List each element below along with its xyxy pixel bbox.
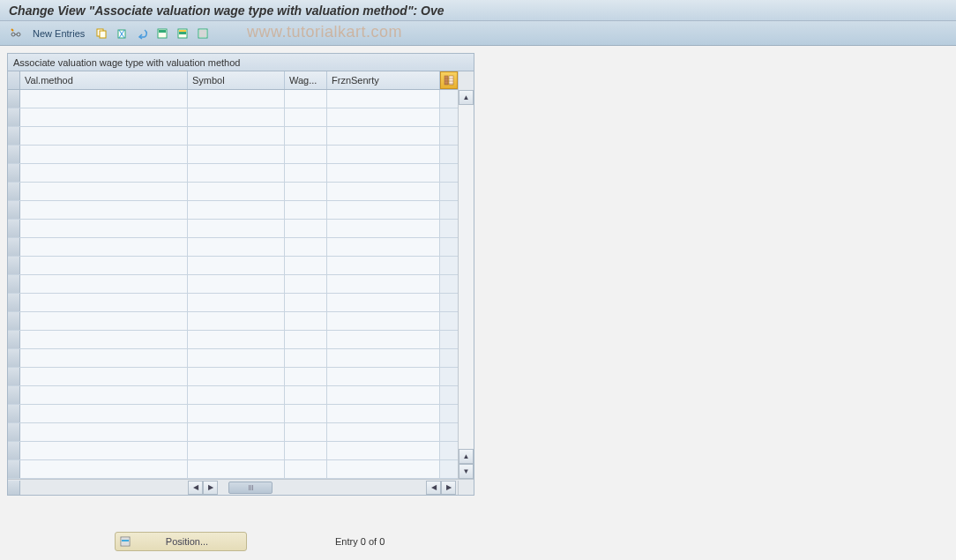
cell-valmethod[interactable] [20, 275, 188, 293]
cell-symbol[interactable] [188, 146, 285, 163]
cell-wag[interactable] [285, 405, 327, 422]
cell-wag[interactable] [285, 90, 327, 108]
cell-valmethod[interactable] [20, 312, 188, 330]
row-selector[interactable] [8, 405, 20, 422]
row-selector[interactable] [8, 164, 20, 182]
cell-valmethod[interactable] [20, 331, 188, 348]
cell-wag[interactable] [285, 164, 327, 182]
row-selector[interactable] [8, 127, 20, 145]
cell-symbol[interactable] [188, 331, 285, 348]
cell-symbol[interactable] [188, 108, 285, 126]
select-all-button[interactable] [153, 25, 171, 42]
cell-valmethod[interactable] [20, 442, 188, 459]
copy-button[interactable] [93, 25, 110, 42]
cell-wag[interactable] [285, 108, 327, 126]
delete-button[interactable] [113, 25, 131, 42]
cell-wag[interactable] [285, 386, 327, 404]
column-header-valmethod[interactable]: Val.method [20, 71, 188, 89]
row-selector[interactable] [8, 257, 20, 274]
cell-wag[interactable] [285, 275, 327, 293]
cell-valmethod[interactable] [20, 257, 188, 274]
cell-valmethod[interactable] [20, 294, 188, 311]
cell-valmethod[interactable] [20, 201, 188, 219]
cell-wag[interactable] [285, 368, 327, 385]
cell-frzn[interactable] [327, 386, 440, 404]
cell-valmethod[interactable] [20, 183, 188, 200]
cell-valmethod[interactable] [20, 146, 188, 163]
cell-frzn[interactable] [327, 405, 440, 422]
cell-wag[interactable] [285, 312, 327, 330]
row-selector[interactable] [8, 220, 20, 237]
cell-symbol[interactable] [188, 405, 285, 422]
cell-valmethod[interactable] [20, 238, 188, 256]
cell-valmethod[interactable] [20, 368, 188, 385]
h-scroll-left-1[interactable]: ◀ [188, 481, 203, 495]
cell-wag[interactable] [285, 127, 327, 145]
cell-valmethod[interactable] [20, 423, 188, 441]
cell-wag[interactable] [285, 423, 327, 441]
cell-symbol[interactable] [188, 183, 285, 200]
cell-wag[interactable] [285, 201, 327, 219]
cell-symbol[interactable] [188, 90, 285, 108]
undo-button[interactable] [133, 25, 151, 42]
row-selector[interactable] [8, 183, 20, 200]
cell-frzn[interactable] [327, 368, 440, 385]
cell-frzn[interactable] [327, 108, 440, 126]
cell-symbol[interactable] [188, 127, 285, 145]
cell-wag[interactable] [285, 238, 327, 256]
row-selector[interactable] [8, 368, 20, 385]
cell-valmethod[interactable] [20, 349, 188, 367]
row-selector-header[interactable] [8, 71, 20, 89]
cell-wag[interactable] [285, 294, 327, 311]
cell-wag[interactable] [285, 183, 327, 200]
cell-frzn[interactable] [327, 257, 440, 274]
deselect-button[interactable] [194, 25, 212, 42]
h-scroll-right-1[interactable]: ▶ [203, 481, 218, 495]
row-selector[interactable] [8, 423, 20, 441]
row-selector[interactable] [8, 331, 20, 348]
cell-symbol[interactable] [188, 238, 285, 256]
cell-symbol[interactable] [188, 423, 285, 441]
scroll-track-v[interactable] [459, 105, 474, 449]
cell-symbol[interactable] [188, 312, 285, 330]
cell-frzn[interactable] [327, 442, 440, 459]
row-selector[interactable] [8, 294, 20, 311]
cell-symbol[interactable] [188, 368, 285, 385]
cell-wag[interactable] [285, 331, 327, 348]
row-selector[interactable] [8, 108, 20, 126]
row-selector[interactable] [8, 386, 20, 404]
cell-wag[interactable] [285, 460, 327, 478]
cell-valmethod[interactable] [20, 127, 188, 145]
cell-symbol[interactable] [188, 257, 285, 274]
scroll-up-button[interactable]: ▲ [459, 90, 474, 105]
cell-frzn[interactable] [327, 423, 440, 441]
row-selector[interactable] [8, 349, 20, 367]
row-selector[interactable] [8, 312, 20, 330]
cell-symbol[interactable] [188, 460, 285, 478]
cell-frzn[interactable] [327, 146, 440, 163]
cell-symbol[interactable] [188, 442, 285, 459]
h-scroll-thumb[interactable] [228, 482, 273, 494]
row-selector[interactable] [8, 201, 20, 219]
cell-symbol[interactable] [188, 220, 285, 237]
edit-toggle-button[interactable] [7, 25, 25, 42]
row-selector[interactable] [8, 442, 20, 459]
cell-frzn[interactable] [327, 201, 440, 219]
column-header-frzn[interactable]: FrznSenrty [327, 71, 440, 89]
column-header-wag[interactable]: Wag... [285, 71, 327, 89]
cell-frzn[interactable] [327, 312, 440, 330]
row-selector[interactable] [8, 275, 20, 293]
cell-symbol[interactable] [188, 294, 285, 311]
cell-wag[interactable] [285, 257, 327, 274]
cell-valmethod[interactable] [20, 220, 188, 237]
cell-valmethod[interactable] [20, 460, 188, 478]
cell-frzn[interactable] [327, 220, 440, 237]
cell-frzn[interactable] [327, 349, 440, 367]
row-selector[interactable] [8, 460, 20, 478]
h-scroll-left-2[interactable]: ◀ [426, 481, 441, 495]
new-entries-button[interactable]: New Entries [27, 26, 90, 41]
table-config-button[interactable] [440, 71, 458, 89]
cell-frzn[interactable] [327, 460, 440, 478]
cell-symbol[interactable] [188, 349, 285, 367]
cell-frzn[interactable] [327, 275, 440, 293]
